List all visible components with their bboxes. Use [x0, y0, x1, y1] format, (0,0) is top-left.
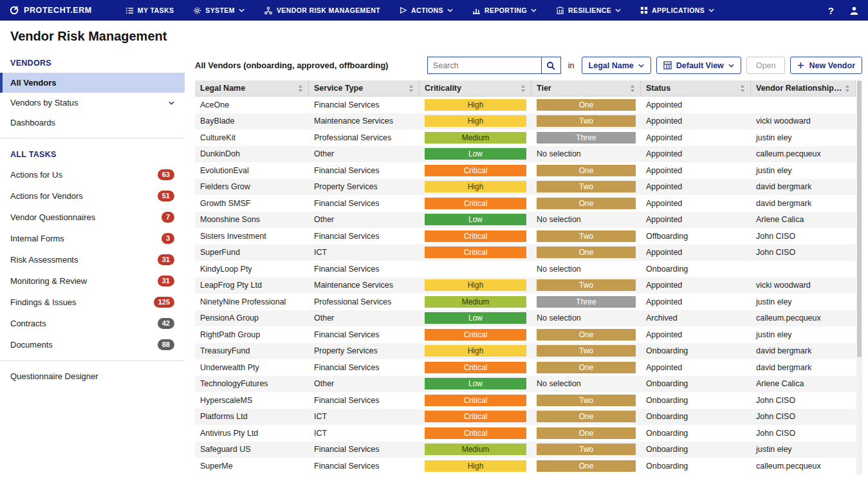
sidebar-item-actions-for-vendors[interactable]: Actions for Vendors51	[0, 185, 185, 207]
count-badge: 63	[158, 169, 174, 180]
user-icon[interactable]	[849, 6, 859, 15]
nav-item-reporting[interactable]: REPORTING	[472, 6, 537, 15]
count-badge: 88	[158, 339, 174, 350]
sidebar-item-label: Documents	[10, 340, 53, 350]
sidebar-item-all-vendors[interactable]: All Vendors	[0, 73, 185, 93]
table-row[interactable]: Growth SMSFFinancial ServicesCriticalOne…	[195, 195, 856, 212]
owner-cell	[751, 261, 856, 277]
column-header-criticality[interactable]: Criticality	[420, 80, 531, 96]
service-type-cell: Financial Services	[309, 326, 420, 343]
table-row[interactable]: BayBladeMaintenance ServicesHighTwoAppoi…	[195, 113, 856, 130]
vertical-scrollbar[interactable]	[856, 80, 862, 474]
scrollbar-thumb[interactable]	[857, 80, 862, 357]
nav-item-resilience[interactable]: RESILIENCE	[556, 6, 621, 15]
tier-pill: Two	[537, 181, 636, 192]
view-selector-dropdown[interactable]: Default View	[656, 57, 741, 74]
status-cell: Appointed	[641, 162, 751, 179]
nav-item-vendor-risk-management[interactable]: VENDOR RISK MANAGEMENT	[264, 6, 380, 15]
table-row[interactable]: TechnologyFuturesOtherLowNo selectionOnb…	[195, 376, 856, 393]
table-row[interactable]: SuperFundICTCriticalOneAppointedJohn CIS…	[195, 245, 856, 261]
field-selector-dropdown[interactable]: Legal Name	[582, 57, 651, 74]
legal-name-cell: TechnologyFutures	[195, 376, 309, 393]
table-row[interactable]: SuperMeFinancial ServicesHighOneOnboardi…	[195, 458, 856, 474]
legal-name-cell: EvolutionEval	[195, 162, 309, 179]
sidebar-item-contracts[interactable]: Contracts42	[0, 313, 185, 334]
tasks-icon	[125, 6, 134, 15]
open-button[interactable]: Open	[746, 57, 786, 74]
column-header-tier[interactable]: Tier	[531, 80, 641, 96]
criticality-pill: Critical	[425, 165, 526, 176]
table-row[interactable]: Moonshine SonsOtherLowNo selectionAppoin…	[195, 212, 856, 229]
table-body: AceOneFinancial ServicesHighOneAppointed…	[195, 97, 856, 474]
service-type-cell: Financial Services	[309, 162, 420, 179]
count-badge: 42	[158, 318, 174, 329]
sidebar-item-dashboards[interactable]: Dashboards	[0, 113, 185, 133]
sidebar-item-vendors-by-status[interactable]: Vendors by Status	[0, 93, 185, 113]
status-cell: Appointed	[641, 97, 751, 113]
tier-pill: Two	[537, 279, 636, 291]
table-row[interactable]: EvolutionEvalFinancial ServicesCriticalO…	[195, 162, 856, 179]
nav-items: MY TASKSSYSTEMVENDOR RISK MANAGEMENTACTI…	[125, 6, 714, 15]
sidebar-item-monitoring-review[interactable]: Monitoring & Review31	[0, 270, 185, 292]
brand[interactable]: PROTECHT.ERM	[9, 5, 92, 15]
table-row[interactable]: Platforms LtdICTCriticalOneOnboardingJoh…	[195, 409, 856, 426]
sidebar-item-internal-forms[interactable]: Internal Forms3	[0, 228, 185, 249]
nav-item-applications[interactable]: APPLICATIONS	[640, 6, 714, 14]
table-row[interactable]: DunkinDohOtherLowNo selectionAppointedca…	[195, 146, 856, 163]
new-vendor-button[interactable]: New Vendor	[790, 57, 862, 74]
table-row[interactable]: HyperscaleMSFinancial ServicesCriticalTw…	[195, 392, 856, 409]
column-header-status[interactable]: Status	[641, 80, 751, 96]
sidebar-item-label: Findings & Issues	[10, 297, 77, 307]
table-row[interactable]: LeapFrog Pty LtdMaintenance ServicesHigh…	[195, 277, 856, 294]
table-row[interactable]: Sisters InvestmentFinancial ServicesCrit…	[195, 228, 856, 245]
table-row[interactable]: NinetyNine ProfessionalProfessional Serv…	[195, 294, 856, 310]
service-type-cell: Other	[309, 310, 420, 327]
sidebar-item-findings-issues[interactable]: Findings & Issues125	[0, 292, 185, 313]
legal-name-cell: SuperMe	[195, 458, 309, 474]
tier-cell: One	[531, 458, 641, 474]
owner-cell: John CISO	[751, 245, 856, 261]
tier-cell: One	[531, 409, 641, 426]
table-row[interactable]: Underwealth PtyFinancial ServicesCritica…	[195, 359, 856, 376]
table-row[interactable]: PensionA GroupOtherLowNo selectionArchiv…	[195, 310, 856, 327]
criticality-pill: Critical	[425, 395, 526, 406]
status-cell: Appointed	[641, 195, 751, 212]
table-row[interactable]: AceOneFinancial ServicesHighOneAppointed	[195, 97, 856, 113]
criticality-pill: Low	[425, 378, 526, 389]
table-row[interactable]: TreasuryFundProperty ServicesHighTwoOnbo…	[195, 343, 856, 360]
table-row[interactable]: Antivirus Pty LtdICTCriticalOneOnboardin…	[195, 425, 856, 442]
search-input[interactable]	[428, 57, 541, 73]
table-row[interactable]: CultureKitProfessional ServicesMediumThr…	[195, 129, 856, 146]
tier-pill: One	[537, 460, 636, 472]
sidebar-item-actions-for-us[interactable]: Actions for Us63	[0, 164, 185, 185]
criticality-cell: Critical	[420, 245, 531, 261]
nav-item-label: REPORTING	[485, 6, 527, 14]
service-type-cell: Maintenance Services	[309, 277, 420, 294]
sidebar-item-documents[interactable]: Documents88	[0, 334, 185, 355]
table-row[interactable]: Safeguard USFinancial ServicesMediumTwoO…	[195, 442, 856, 458]
nav-item-label: VENDOR RISK MANAGEMENT	[277, 6, 380, 14]
sidebar-item-risk-assessments[interactable]: Risk Assessments31	[0, 249, 185, 270]
table-row[interactable]: RightPath GroupFinancial ServicesCritica…	[195, 326, 856, 343]
legal-name-cell: Sisters Investment	[195, 228, 309, 245]
status-cell: Appointed	[641, 146, 751, 163]
column-header-service-type[interactable]: Service Type	[309, 80, 420, 96]
owner-cell: justin eley	[751, 326, 856, 343]
column-header-legal-name[interactable]: Legal Name	[195, 80, 309, 96]
criticality-pill: Low	[425, 312, 526, 324]
search-icon[interactable]	[541, 57, 560, 73]
table-row[interactable]: Fielders GrowProperty ServicesHighTwoApp…	[195, 179, 856, 196]
tier-cell: Two	[531, 113, 641, 130]
legal-name-cell: SuperFund	[195, 245, 309, 261]
tier-cell: Three	[531, 294, 641, 310]
help-icon[interactable]: ?	[828, 5, 834, 16]
nav-item-my-tasks[interactable]: MY TASKS	[125, 6, 174, 15]
owner-cell: John CISO	[751, 425, 856, 442]
sidebar-item-vendor-questionnaires[interactable]: Vendor Questionnaires7	[0, 207, 185, 228]
column-header-vendor-relationship-ow[interactable]: Vendor Relationship Ow...	[751, 80, 856, 96]
nav-item-system[interactable]: SYSTEM	[193, 6, 245, 15]
tier-cell: No selection	[531, 261, 641, 277]
nav-item-actions[interactable]: ACTIONS	[400, 6, 453, 14]
table-row[interactable]: KindyLoop PtyFinancial ServicesNo select…	[195, 261, 856, 277]
sidebar-item-questionnaire-designer[interactable]: Questionnaire Designer	[0, 366, 185, 386]
